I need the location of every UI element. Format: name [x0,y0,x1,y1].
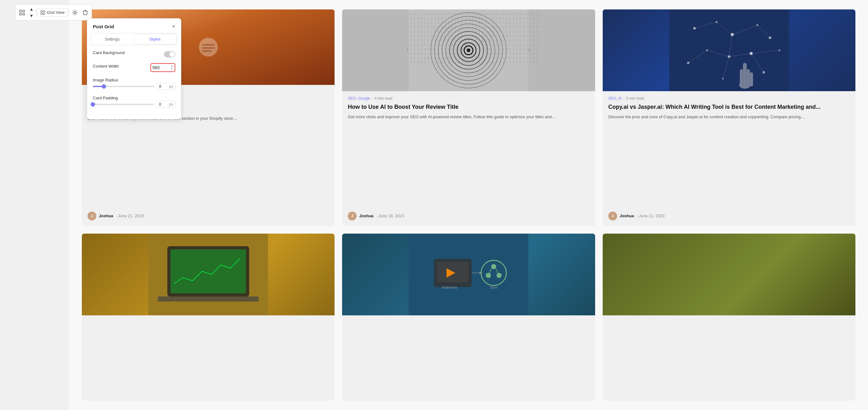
card-background-section: Card Background [87,50,181,58]
card-2-svg: 1 0 1 1 0 0 1 0 1 1 0 0 1 0 1 1 0 0 1 0 … [342,9,595,91]
svg-rect-12 [202,50,212,52]
card-1-author: J Joshua · June 21, 2023 [88,212,329,220]
content-width-label: Content Width [93,64,119,69]
svg-point-64 [491,264,496,269]
card-padding-slider-row: px [93,101,175,108]
card-3-avatar: J [608,212,617,220]
card-3-body: SEO, AI · 5 min read Copy.ai vs Jasper.a… [603,91,856,226]
svg-text:Multimedia: Multimedia [442,286,458,289]
card-2-separator: · [372,96,374,101]
image-radius-unit: px [169,84,173,89]
image-radius-section: Image Radius px [87,77,181,90]
post-card-2: 1 0 1 1 0 0 1 0 1 1 0 0 1 0 1 1 0 0 1 0 … [342,9,595,226]
svg-point-25 [467,48,470,52]
content-width-input-wrap: ▲ ▼ [150,63,175,72]
sort-up-btn[interactable]: ▲ [27,6,36,12]
card-3-image [603,9,856,91]
card-2-meta: SEO, Google · 4 min read [348,96,589,101]
card-padding-input-wrap: px [157,101,175,108]
spinner-up-btn[interactable]: ▲ [170,64,174,68]
svg-rect-53 [746,69,750,87]
svg-point-66 [497,273,502,278]
tab-styles[interactable]: Styles [134,34,176,44]
card-3-author: J Joshua · June 11, 2023 [608,212,850,220]
card-3-date: · June 11, 2023 [637,213,665,218]
post-card-5: Multimedia Store [342,234,595,401]
image-radius-input[interactable] [159,84,168,89]
panel-close-button[interactable]: × [172,24,175,29]
card-background-toggle[interactable] [164,51,175,58]
sort-down-btn[interactable]: ▼ [27,12,36,19]
svg-rect-51 [743,63,746,87]
image-radius-slider-row: px [93,83,175,90]
card-5-image: Multimedia Store [342,234,595,315]
card-background-row: Card Background [93,50,175,58]
image-radius-thumb[interactable] [102,84,106,89]
image-radius-label: Image Radius [93,78,118,82]
card-2-date: · June 18, 2023 [376,213,404,218]
grid-view-label: Grid View [47,10,64,15]
grid-view-button[interactable]: Grid View [37,8,68,17]
card-padding-label: Card Padding [93,96,118,100]
post-grid-panel: Post Grid × Settings Styles Card Backgro… [87,18,181,119]
card-3-excerpt: Discover the pros and cons of Copy.ai an… [608,114,850,207]
content-width-section: Content Width ▲ ▼ [87,63,181,72]
toolbar-divider [36,9,36,16]
card-padding-unit: px [169,102,173,107]
svg-rect-3 [23,13,25,15]
svg-point-8 [74,12,76,13]
panel-title: Post Grid [93,24,114,29]
card-2-title: How to Use AI to Boost Your Review Title [348,103,589,111]
svg-point-65 [486,273,491,278]
delete-btn[interactable] [80,8,90,17]
image-radius-track [93,86,154,87]
grid-icon-btn[interactable] [17,8,27,17]
svg-rect-10 [202,44,215,45]
svg-rect-4 [40,10,42,12]
card-padding-thumb[interactable] [91,102,95,107]
settings-btn[interactable] [69,8,80,17]
card-4-svg [82,234,335,315]
svg-rect-26 [669,9,789,91]
card-background-label: Card Background [93,50,125,55]
svg-rect-54 [750,72,753,87]
card-5-svg: Multimedia Store [342,234,595,315]
svg-rect-1 [23,10,25,12]
spinner-down-btn[interactable]: ▼ [170,68,174,71]
card-padding-section: Card Padding px [87,95,181,108]
card-6-image [603,234,856,315]
card-2-readtime: 4 min read [374,96,393,101]
panel-header: Post Grid × [87,19,181,33]
svg-rect-57 [170,249,246,293]
toolbar: ▲ ▼ Grid View [15,4,92,21]
card-2-author-name: Joshua [359,213,374,218]
content-width-input[interactable] [152,65,169,70]
card-padding-track [93,104,154,105]
card-1-excerpt: Learn sales with creative product ideas … [88,115,329,207]
image-radius-input-wrap: px [157,83,175,90]
svg-rect-58 [158,297,259,302]
svg-rect-11 [202,47,215,49]
card-2-image: 1 0 1 1 0 0 1 0 1 1 0 0 1 0 1 1 0 0 1 0 … [342,9,595,91]
card-3-title: Copy.ai vs Jasper.ai: Which AI Writing T… [608,103,850,111]
card-3-author-name: Joshua [620,213,634,218]
card-4-image [82,234,335,315]
card-2-avatar: J [348,212,356,220]
panel-tabs: Settings Styles [91,33,177,45]
svg-rect-6 [40,13,42,14]
card-padding-input[interactable] [159,102,168,107]
card-grid: SEO, Max...Vid... Learn sales with creat… [69,0,868,410]
svg-rect-52 [740,69,743,87]
card-2-excerpt: Get more clicks and improve your SEO wit… [348,114,589,207]
card-2-author: J Joshua · June 18, 2023 [348,212,589,220]
tab-settings[interactable]: Settings [91,33,133,45]
card-3-tags: SEO, AI [608,96,622,101]
card-3-separator: · [623,96,626,101]
content-width-spinner: ▲ ▼ [170,64,174,71]
card-3-readtime: 5 min read [626,96,644,101]
svg-rect-5 [43,10,45,12]
card-1-author-name: Joshua [99,213,113,218]
svg-text:Store: Store [490,286,498,289]
card-2-body: SEO, Google · 4 min read How to Use AI t… [342,91,595,226]
svg-rect-2 [20,13,22,15]
